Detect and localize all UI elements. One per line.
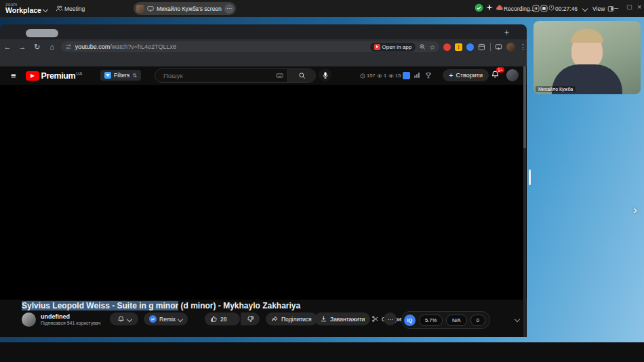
monitor-icon (147, 5, 154, 12)
youtube-page: ≡ Premium UA Filters ⇅ 157 1 15 (0, 66, 527, 337)
selected-title-text: Sylvius Leopold Weiss - Suite in g minor (22, 301, 178, 310)
password-extension-icon[interactable]: ! (455, 43, 462, 51)
vidiq-logo: iQ (404, 315, 416, 326)
create-button[interactable]: + Створити (443, 69, 489, 81)
zoom-level-icon[interactable] (419, 43, 426, 50)
ext-stat-views2: 15 (388, 73, 401, 79)
channel-name[interactable]: undefined (41, 313, 70, 320)
thumbs-up-icon (210, 315, 218, 323)
vidiq-widget[interactable]: iQ 5.7% N/A 0 (401, 311, 490, 329)
stop-recording-icon[interactable] (540, 5, 548, 12)
gallery-next-icon[interactable]: › (633, 203, 637, 217)
filters-sort-icon: ⇅ (132, 73, 137, 79)
channel-row: undefined Підписався 541 користувач ⇄ Re… (22, 311, 527, 329)
youtube-play-icon (26, 71, 39, 81)
subscribed-bell-button[interactable] (110, 313, 138, 325)
toolbar-divider (490, 43, 491, 51)
search-button[interactable] (287, 69, 315, 82)
meeting-people-icon (56, 5, 63, 12)
search-input[interactable] (155, 72, 276, 79)
adblock-extension-icon[interactable] (443, 43, 451, 51)
security-shield-icon[interactable] (475, 3, 483, 12)
sidebar-handle[interactable] (529, 169, 531, 185)
maximize-button[interactable]: ▢ (626, 3, 632, 10)
blue-yt-extension-icon[interactable] (403, 72, 410, 79)
search-box[interactable] (155, 68, 316, 83)
dislike-button[interactable] (241, 313, 260, 325)
url-host: youtube.com (75, 43, 110, 50)
view-layout-icon[interactable] (607, 5, 614, 12)
keyboard-icon[interactable] (276, 72, 283, 79)
youtube-favicon (374, 44, 380, 50)
forward-icon[interactable]: → (15, 43, 30, 51)
blue-extension-icon[interactable] (466, 43, 474, 51)
pause-recording-icon[interactable] (532, 5, 540, 12)
stats-extension-icon[interactable] (414, 72, 421, 79)
mic-icon (322, 72, 329, 79)
download-button[interactable]: Завантажити (315, 313, 370, 325)
timer-chevron-icon[interactable] (582, 6, 588, 12)
remix-button[interactable]: ⇄ Remix (144, 313, 188, 325)
new-tab-button[interactable]: + (504, 28, 509, 37)
shared-video-content (75, 104, 453, 279)
vidiq-stat-2: N/A (446, 315, 467, 326)
timer-icon (548, 5, 555, 11)
video-player[interactable] (0, 85, 527, 300)
notification-badge: 9+ (496, 67, 504, 73)
zoom-logo: zoom Workplace (5, 2, 41, 14)
site-settings-icon[interactable] (65, 43, 72, 50)
open-in-app-chip[interactable]: Open in app (370, 43, 416, 52)
ext-stat-views1: 1 (377, 73, 386, 79)
bookmarks-bar (0, 54, 527, 66)
filters-icon (104, 72, 111, 79)
bookmark-star-icon[interactable]: ☆ (429, 43, 435, 51)
extensions-icon[interactable] (478, 43, 485, 51)
trophy-extension-icon[interactable] (425, 72, 432, 79)
recording-status: Recording... (504, 5, 535, 12)
self-name-label: Михайло Кужба (536, 86, 576, 92)
search-icon (298, 72, 306, 79)
self-video-tile[interactable]: Михайло Кужба (534, 21, 641, 94)
thumbs-down-icon (247, 315, 254, 323)
meeting-timer: 00:27:46 (555, 5, 578, 12)
page-scrollbar[interactable] (523, 66, 526, 337)
youtube-profile-avatar[interactable] (506, 69, 519, 81)
bell-icon (117, 315, 125, 323)
download-icon (320, 315, 327, 323)
view-button[interactable]: View (592, 5, 605, 12)
address-bar[interactable]: youtube.com/watch?v=hL4e2TQLLx8 Open in … (61, 41, 439, 52)
vidiq-collapse-icon[interactable] (515, 317, 520, 322)
share-arrow-icon (271, 315, 279, 323)
youtube-logo[interactable]: Premium UA (26, 71, 83, 81)
channel-avatar[interactable] (22, 313, 36, 327)
home-icon[interactable]: ⌂ (45, 43, 60, 51)
scissors-icon (371, 315, 379, 323)
like-button[interactable]: 28 (205, 313, 240, 325)
self-hair (571, 29, 603, 43)
minimize-button[interactable]: – (614, 3, 618, 12)
workspace-chevron-icon[interactable] (43, 7, 48, 12)
close-button[interactable]: × (637, 3, 641, 11)
reload-icon[interactable]: ↻ (30, 43, 45, 52)
back-icon[interactable]: ← (0, 43, 15, 51)
share-avatar (136, 5, 144, 13)
voice-search-button[interactable] (319, 68, 331, 81)
more-actions-button[interactable]: ⋯ (384, 313, 397, 325)
filters-extension-button[interactable]: Filters ⇅ (100, 70, 141, 81)
hamburger-menu-icon[interactable]: ≡ (11, 71, 16, 81)
screen: zoom Workplace Meeting Михайло Кужба's s… (0, 0, 644, 362)
vidiq-stat-3: 0 (470, 315, 485, 326)
tab-group-chip[interactable] (26, 29, 58, 37)
url-path: /watch?v=hL4e2TQLLx8 (110, 43, 176, 50)
cloud-recording-icon (496, 4, 504, 12)
share-button[interactable]: Поділитися (266, 313, 317, 325)
vidiq-stat-1: 5.7% (419, 315, 443, 326)
share-pill-more-icon[interactable]: ⋯ (224, 4, 234, 14)
tab-share-icon[interactable] (495, 43, 502, 51)
ai-companion-icon[interactable] (485, 3, 494, 12)
shared-screen-pill[interactable]: Михайло Кужба's screen ⋯ (134, 2, 236, 15)
browser-menu-icon[interactable]: ⋮ (519, 43, 527, 52)
meeting-tab[interactable]: Meeting (64, 5, 85, 12)
browser-profile-avatar[interactable] (506, 43, 515, 52)
browser-window: + ← → ↻ ⌂ youtube.com/watch?v=hL4e2TQLLx… (0, 24, 527, 337)
